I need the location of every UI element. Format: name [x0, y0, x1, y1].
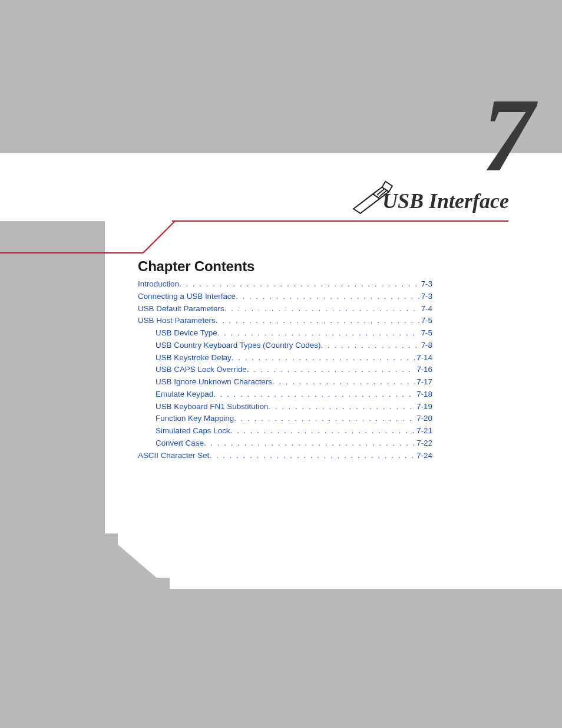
toc-entry-label: Emulate Keypad: [156, 388, 213, 401]
toc-entry[interactable]: USB Keyboard FN1 Substitution7-19: [138, 401, 432, 413]
toc-entry-label: USB Default Parameters: [138, 303, 224, 315]
toc-entry-label: Introduction: [138, 278, 179, 291]
toc-entry[interactable]: Simulated Caps Lock7-21: [138, 425, 432, 437]
table-of-contents: Introduction7-3Connecting a USB Interfac…: [138, 278, 432, 462]
chapter-title: USB Interface: [382, 189, 509, 213]
toc-leader-dots: [236, 291, 420, 303]
toc-entry[interactable]: USB Host Parameters7-5: [138, 315, 432, 327]
toc-entry-page: 7-8: [420, 340, 432, 352]
toc-entry[interactable]: USB Ignore Unknown Characters7-17: [138, 376, 432, 388]
toc-entry-label: Connecting a USB Interface: [138, 291, 236, 303]
toc-entry-label: ASCII Character Set: [138, 450, 209, 462]
toc-entry-label: USB Device Type: [156, 327, 217, 340]
toc-entry-page: 7-24: [415, 450, 432, 462]
toc-entry-page: 7-14: [415, 352, 432, 364]
toc-leader-dots: [204, 437, 415, 450]
toc-leader-dots: [179, 278, 420, 291]
toc-entry[interactable]: Introduction7-3: [138, 278, 432, 291]
toc-entry-label: USB Ignore Unknown Characters: [156, 376, 272, 388]
toc-entry-page: 7-17: [415, 376, 432, 388]
toc-leader-dots: [230, 425, 416, 437]
toc-leader-dots: [213, 388, 415, 401]
toc-entry[interactable]: ASCII Character Set7-24: [138, 450, 432, 462]
toc-leader-dots: [209, 450, 415, 462]
toc-entry-page: 7-3: [420, 291, 432, 303]
toc-entry[interactable]: USB Country Keyboard Types (Country Code…: [138, 340, 432, 352]
rule-red-left: [0, 252, 143, 253]
toc-entry[interactable]: Connecting a USB Interface7-3: [138, 291, 432, 303]
toc-entry-page: 7-21: [415, 425, 432, 437]
page: 7 USB Interface Chapter Contents Introdu…: [0, 0, 562, 728]
toc-entry-label: USB Keystroke Delay: [156, 352, 232, 364]
toc-leader-dots: [272, 376, 415, 388]
toc-entry-page: 7-20: [415, 413, 432, 425]
toc-entry-page: 7-5: [420, 315, 432, 327]
toc-entry[interactable]: Emulate Keypad7-18: [138, 388, 432, 401]
toc-leader-dots: [247, 364, 415, 376]
toc-entry-page: 7-22: [415, 437, 432, 450]
toc-entry-label: USB Keyboard FN1 Substitution: [156, 401, 268, 413]
toc-entry[interactable]: Convert Case7-22: [138, 437, 432, 450]
toc-entry-page: 7-3: [420, 278, 432, 291]
toc-entry-label: USB Host Parameters: [138, 315, 216, 327]
toc-entry-page: 7-18: [415, 388, 432, 401]
toc-leader-dots: [320, 340, 419, 352]
toc-leader-dots: [232, 352, 415, 364]
toc-leader-dots: [217, 327, 420, 340]
toc-entry-label: USB Country Keyboard Types (Country Code…: [156, 340, 320, 352]
rule-red-under-title: [172, 220, 508, 222]
toc-leader-dots: [224, 303, 420, 315]
toc-entry[interactable]: USB Default Parameters7-4: [138, 303, 432, 315]
toc-entry-page: 7-5: [420, 327, 432, 340]
toc-entry[interactable]: USB CAPS Lock Override7-16: [138, 364, 432, 376]
toc-entry-label: Simulated Caps Lock: [156, 425, 230, 437]
toc-entry-page: 7-19: [415, 401, 432, 413]
svg-marker-3: [353, 194, 380, 213]
toc-entry-label: Function Key Mapping: [156, 413, 234, 425]
toc-leader-dots: [268, 401, 415, 413]
toc-leader-dots: [216, 315, 420, 327]
toc-entry[interactable]: USB Keystroke Delay7-14: [138, 352, 432, 364]
toc-entry-label: Convert Case: [156, 437, 204, 450]
toc-entry[interactable]: USB Device Type7-5: [138, 327, 432, 340]
toc-entry[interactable]: Function Key Mapping7-20: [138, 413, 432, 425]
section-heading-chapter-contents: Chapter Contents: [138, 258, 254, 275]
toc-entry-label: USB CAPS Lock Override: [156, 364, 247, 376]
toc-entry-page: 7-4: [420, 303, 432, 315]
toc-entry-page: 7-16: [415, 364, 432, 376]
toc-leader-dots: [234, 413, 415, 425]
chapter-number: 7: [482, 83, 534, 187]
